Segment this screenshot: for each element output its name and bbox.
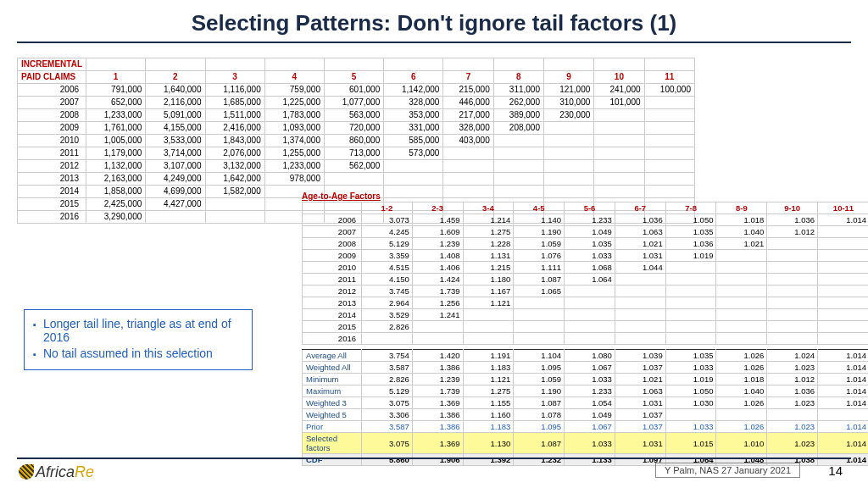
- logo-icon: [19, 464, 34, 480]
- title-rule: [17, 42, 851, 43]
- page-title: Selecting Patterns: Don't ignore tail fa…: [0, 0, 868, 42]
- callout-box: Longer tail line, triangle as at end of …: [24, 309, 253, 370]
- ata-table: 1-22-33-44-55-66-77-88-99-1010-1120063.0…: [302, 202, 868, 466]
- ata-title: Age-to-Age Factors: [302, 191, 868, 202]
- content: INCREMENTALPAID CLAIMS123456789101120067…: [17, 58, 851, 224]
- footer: AfricaRe Y Palm, NAS 27 January 2021 14: [0, 458, 868, 483]
- credit: Y Palm, NAS 27 January 2021: [655, 463, 800, 478]
- callout-bullet: No tail assumed in this selection: [33, 347, 243, 360]
- ata-wrap: Age-to-Age Factors 1-22-33-44-55-66-77-8…: [302, 191, 868, 466]
- page-number: 14: [828, 463, 843, 478]
- logo: AfricaRe: [19, 463, 94, 481]
- callout-bullet: Longer tail line, triangle as at end of …: [33, 317, 243, 344]
